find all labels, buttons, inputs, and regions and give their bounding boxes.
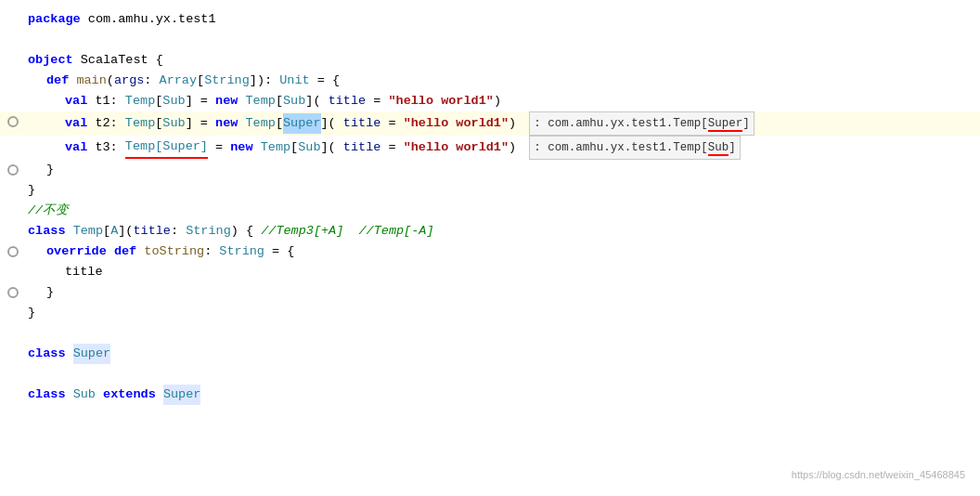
code-line-object: object ScalaTest { [0, 50, 980, 71]
watermark: https://blog.csdn.net/weixin_45468845 [792, 464, 965, 485]
code-line-val-t1: val t1: Temp[Sub] = new Temp[Sub]( title… [0, 91, 980, 111]
breakpoint-circle [7, 116, 19, 127]
code-line-close2: } [0, 180, 980, 201]
code-line-close3: } [0, 282, 980, 303]
code-line-close1: } [0, 160, 980, 180]
code-line-blank-1 [0, 30, 980, 50]
code-line-class-temp: class Temp[A](title: String) { //Temp3[+… [0, 221, 980, 241]
keyword-package: package [28, 9, 81, 30]
code-line-1: package com.amhu.yx.test1 [0, 9, 980, 30]
breakpoint-circle-4 [7, 287, 19, 298]
type-tooltip-t3: : com.amhu.yx.test1.Temp[Sub] [529, 136, 741, 160]
code-line-blank-2 [0, 323, 980, 344]
code-line-val-t2: val t2: Temp[Sub] = new Temp[Super]( tit… [0, 111, 980, 136]
code-line-blank-3 [0, 364, 980, 385]
code-editor: package com.amhu.yx.test1 object ScalaTe… [0, 0, 980, 496]
breakpoint-circle-2 [7, 164, 19, 176]
type-tooltip-t2: : com.amhu.yx.test1.Temp[Super] [529, 111, 754, 136]
code-line-title: title [0, 262, 980, 282]
breakpoint-circle-3 [7, 246, 19, 257]
code-line-override: override def toString: String = { [0, 241, 980, 262]
code-line-def-main: def main(args: Array[String]): Unit = { [0, 71, 980, 91]
code-line-class-super: class Super [0, 344, 980, 364]
code-line-class-sub: class Sub extends Super [0, 385, 980, 405]
code-line-val-t3: val t3: Temp[Super] = new Temp[Sub]( tit… [0, 136, 980, 160]
code-line-comment: //不变 [0, 201, 980, 221]
code-line-close4: } [0, 303, 980, 323]
